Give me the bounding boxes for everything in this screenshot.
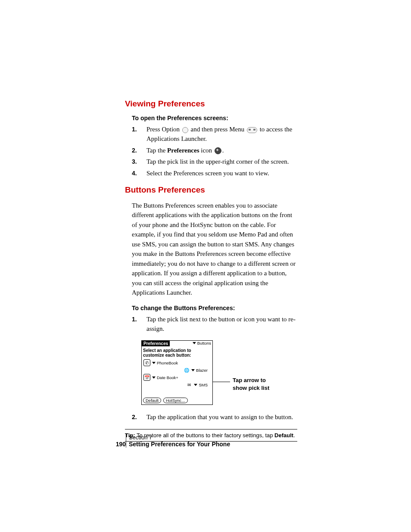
callout-leader-line	[213, 382, 230, 382]
text: .	[222, 147, 224, 154]
menu-key-icon	[247, 127, 257, 133]
palm-row-sms: ✉ SMS	[142, 381, 212, 388]
step-1: 1. Press Option and then press Menu to a…	[125, 125, 297, 144]
dropdown-arrow-icon	[193, 342, 196, 344]
palm-footer: Default HotSync…	[143, 398, 189, 403]
step-3: 3. Tap the pick list in the upper-right …	[125, 157, 297, 167]
option-key-icon	[182, 127, 188, 133]
page-footer: Section 7 190 Setting Preferences for Yo…	[113, 434, 230, 448]
subheading-open-prefs: To open the Preferences screens:	[132, 115, 297, 121]
palm-row-datebook: 📅 Date Book+	[142, 373, 212, 381]
buttons-description: The Buttons Preferences screen enables y…	[132, 201, 297, 298]
picklist-label: SMS	[199, 383, 208, 387]
step-body: Tap the pick list next to the button or …	[146, 315, 297, 334]
palm-category-picklist[interactable]: Buttons	[193, 341, 212, 345]
step-number: 1.	[125, 315, 146, 324]
phone-icon: ✆	[143, 359, 150, 366]
palm-row-phonebook: ✆ PhoneBook	[142, 359, 212, 367]
heading-buttons-preferences: Buttons Preferences	[125, 185, 297, 195]
step-body: Tap the application that you want to ass…	[146, 413, 297, 422]
step-number: 1.	[125, 125, 146, 134]
text-bold: Preferences	[167, 147, 199, 154]
step-2: 2. Tap the Preferences icon .	[125, 146, 297, 156]
text: Press Option	[146, 126, 181, 133]
steps-open-prefs: 1. Press Option and then press Menu to a…	[125, 125, 297, 178]
hotsync-button[interactable]: HotSync…	[163, 398, 188, 403]
palm-screenshot: Preferences Buttons Select an applicatio…	[141, 340, 213, 405]
step-body: Tap the pick list in the upper-right cor…	[146, 157, 297, 167]
step-number: 4.	[125, 169, 146, 177]
step-body: Select the Preferences screen you want t…	[146, 169, 297, 178]
dropdown-arrow-icon	[152, 376, 156, 379]
picklist-label: Date Book+	[157, 375, 178, 380]
dropdown-arrow-icon	[152, 362, 156, 364]
step-number: 2.	[125, 146, 146, 155]
subheading-change-buttons: To change the Buttons Preferences:	[132, 305, 297, 311]
picklist-sms[interactable]: SMS	[194, 383, 209, 387]
tip-post: .	[293, 432, 295, 439]
tip-bold: Default	[274, 432, 293, 439]
palm-row-blazer: 🌐 Blazer	[142, 367, 212, 373]
step-number: 3.	[125, 157, 146, 166]
datebook-icon: 📅	[143, 374, 150, 381]
picklist-label: Buttons	[197, 341, 211, 345]
palm-instruction: Select an application to customize each …	[142, 347, 212, 359]
step-4: 4. Select the Preferences screen you wan…	[125, 169, 297, 178]
chapter-title: Setting Preferences for Your Phone	[126, 441, 230, 448]
preferences-icon	[215, 147, 221, 154]
step-body: Tap the Preferences icon .	[146, 146, 297, 156]
globe-icon: 🌐	[184, 367, 190, 373]
picklist-blazer[interactable]: Blazer	[191, 368, 209, 373]
steps-change-buttons: 1. Tap the pick list next to the button …	[125, 315, 297, 334]
section-label: Section 7	[126, 434, 230, 441]
text: icon	[199, 147, 214, 154]
step-body: Press Option and then press Menu to acce…	[146, 125, 297, 144]
heading-viewing-preferences: Viewing Preferences	[125, 99, 297, 109]
picklist-phonebook[interactable]: PhoneBook	[152, 361, 179, 365]
step-number: 2.	[125, 413, 146, 421]
text: and then press Menu	[191, 126, 246, 133]
dropdown-arrow-icon	[194, 384, 197, 386]
palm-header: Preferences Buttons	[142, 341, 212, 347]
default-button[interactable]: Default	[143, 398, 161, 403]
step-1: 1. Tap the pick list next to the button …	[125, 315, 297, 334]
steps-change-buttons-cont: 2. Tap the application that you want to …	[125, 413, 297, 422]
callout-label: Tap arrow to show pick list	[233, 376, 280, 392]
picklist-datebook[interactable]: Date Book+	[152, 375, 180, 380]
palm-title: Preferences	[142, 341, 170, 346]
page-number: 190	[113, 441, 126, 448]
picklist-label: Blazer	[196, 368, 208, 373]
sms-icon: ✉	[186, 382, 192, 388]
figure-buttons-screen: Preferences Buttons Select an applicatio…	[141, 340, 297, 405]
step-2: 2. Tap the application that you want to …	[125, 413, 297, 422]
text: Tap the	[146, 147, 167, 154]
picklist-label: PhoneBook	[157, 361, 178, 365]
dropdown-arrow-icon	[191, 369, 195, 371]
